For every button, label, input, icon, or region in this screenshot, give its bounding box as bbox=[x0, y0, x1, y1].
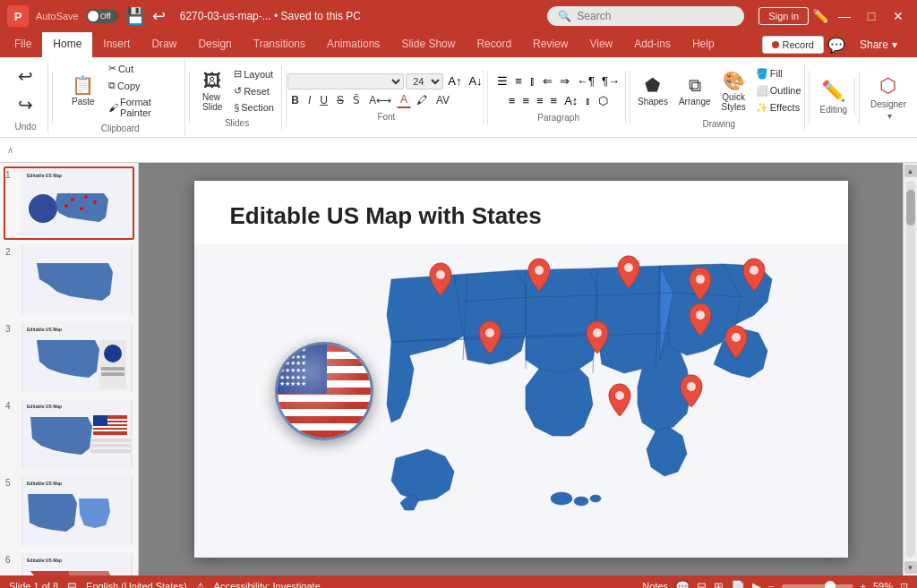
increase-font-button[interactable]: A↑ bbox=[445, 72, 464, 89]
comment-icon[interactable]: 💬 bbox=[827, 37, 845, 54]
designer-expand[interactable]: ▾ bbox=[887, 111, 892, 121]
tab-slideshow[interactable]: Slide Show bbox=[390, 32, 466, 57]
scroll-up-button[interactable]: ▲ bbox=[904, 165, 917, 177]
search-bar[interactable]: 🔍 bbox=[547, 6, 744, 26]
scroll-track-vertical[interactable] bbox=[906, 181, 915, 558]
decrease-font-button[interactable]: A↓ bbox=[466, 72, 484, 89]
status-nav-icon[interactable]: ⊟ bbox=[67, 580, 77, 589]
comments-view-button[interactable]: 💬 bbox=[675, 580, 690, 589]
tab-home[interactable]: Home bbox=[42, 32, 92, 57]
ribbon-group-designer[interactable]: ⬡ Designer ▾ bbox=[863, 72, 913, 123]
normal-view-button[interactable]: ⊟ bbox=[697, 580, 707, 589]
underline-button[interactable]: U bbox=[316, 93, 331, 107]
svg-text:Editable US Map: Editable US Map bbox=[27, 481, 62, 486]
slide-panel[interactable]: 1 Editable US Map 2 bbox=[0, 163, 139, 575]
highlight-button[interactable]: 🖍 bbox=[413, 93, 431, 107]
zoom-slider[interactable] bbox=[782, 584, 853, 588]
slide-thumb-5[interactable]: 5 Editable US Map bbox=[4, 474, 134, 548]
shadow-button[interactable]: S̈ bbox=[349, 93, 364, 107]
shape-effects-button[interactable]: ✨Effects bbox=[752, 100, 805, 115]
tab-addins[interactable]: Add-ins bbox=[623, 32, 681, 57]
tab-view[interactable]: View bbox=[578, 32, 623, 57]
tab-file[interactable]: File bbox=[4, 32, 42, 57]
tab-animations[interactable]: Animations bbox=[316, 32, 390, 57]
arrange-button[interactable]: ⧉ Arrange bbox=[674, 72, 716, 109]
font-color-button[interactable]: A bbox=[397, 92, 411, 108]
shapes-button[interactable]: ⬟ Shapes bbox=[633, 72, 673, 109]
autosave-toggle[interactable]: Off bbox=[86, 9, 118, 23]
tab-insert[interactable]: Insert bbox=[92, 32, 141, 57]
cut-button[interactable]: ✂ Cut bbox=[105, 61, 177, 76]
bold-button[interactable]: B bbox=[287, 93, 303, 107]
zoom-in-button[interactable]: + bbox=[861, 581, 866, 588]
tab-design[interactable]: Design bbox=[187, 32, 242, 57]
redo-button[interactable]: ↪ bbox=[13, 91, 38, 118]
minimize-button[interactable]: — bbox=[833, 4, 856, 28]
divider-6 bbox=[809, 71, 810, 124]
new-slide-button[interactable]: 🖼 NewSlide bbox=[196, 67, 228, 115]
layout-button[interactable]: ⊟ Layout bbox=[230, 66, 278, 81]
svg-point-47 bbox=[696, 275, 705, 284]
tab-record[interactable]: Record bbox=[466, 32, 522, 57]
indent-less-button[interactable]: ⇐ bbox=[540, 72, 555, 89]
font-size-select[interactable]: 2418202832 bbox=[406, 73, 443, 89]
char-spacing-button[interactable]: AV bbox=[433, 93, 453, 107]
align-right-button[interactable]: ≡ bbox=[534, 92, 546, 109]
indent-more-button[interactable]: ⇒ bbox=[557, 72, 572, 89]
font-name-select[interactable] bbox=[287, 73, 404, 89]
slide-thumb-4[interactable]: 4 Editable US Map bbox=[4, 397, 134, 471]
accessibility-label: Accessibility: Investigate bbox=[214, 581, 321, 588]
fit-slide-button[interactable]: ⊡ bbox=[900, 581, 908, 589]
justify-button[interactable]: ≡ bbox=[548, 92, 561, 109]
italic-button[interactable]: I bbox=[304, 93, 314, 107]
spacing-button[interactable]: A⟷ bbox=[365, 93, 395, 107]
align-left-button[interactable]: ≡ bbox=[506, 92, 518, 109]
collapse-ribbon-button[interactable]: ∧ bbox=[7, 145, 13, 155]
shape-outline-button[interactable]: ⬜Outline bbox=[752, 83, 805, 98]
tab-transitions[interactable]: Transitions bbox=[243, 32, 316, 57]
slide-thumb-3[interactable]: 3 Editable US Map bbox=[4, 320, 134, 394]
notes-button[interactable]: Notes bbox=[642, 581, 668, 588]
copy-button[interactable]: ⧉ Copy bbox=[105, 78, 177, 93]
tab-draw[interactable]: Draw bbox=[141, 32, 187, 57]
align-center-button[interactable]: ≡ bbox=[519, 92, 532, 109]
reset-button[interactable]: ↺ Reset bbox=[230, 83, 278, 98]
record-button[interactable]: Record bbox=[762, 36, 824, 54]
shape-fill-button[interactable]: 🪣Fill bbox=[752, 66, 805, 81]
slide-canvas[interactable]: Editable US Map with States bbox=[194, 181, 848, 558]
columns-button[interactable]: ⫿ bbox=[527, 72, 538, 89]
undo-button[interactable]: ↩ bbox=[13, 63, 38, 89]
numbering-button[interactable]: ≡ bbox=[512, 72, 525, 89]
slide-sorter-button[interactable]: ⊞ bbox=[714, 580, 724, 589]
scroll-down-button[interactable]: ▼ bbox=[904, 561, 917, 574]
strikethrough-button[interactable]: S bbox=[333, 93, 347, 107]
reading-view-button[interactable]: 📄 bbox=[731, 580, 745, 589]
tab-help[interactable]: Help bbox=[681, 32, 725, 57]
bullets-button[interactable]: ☰ bbox=[494, 72, 510, 89]
text-columns-button[interactable]: ⫾ bbox=[582, 92, 594, 109]
slide-thumb-1[interactable]: 1 Editable US Map bbox=[4, 166, 134, 240]
close-button[interactable]: ✕ bbox=[887, 4, 910, 28]
share-button[interactable]: Share ▾ bbox=[849, 35, 908, 55]
undo-icon-title[interactable]: ↩ bbox=[152, 6, 166, 26]
sign-in-button[interactable]: Sign in bbox=[758, 7, 809, 25]
slide-thumb-2[interactable]: 2 bbox=[4, 243, 134, 317]
quick-styles-button[interactable]: 🎨 QuickStyles bbox=[717, 67, 750, 115]
paste-button[interactable]: 📋 Paste bbox=[64, 72, 103, 109]
ribbon-group-editing[interactable]: ✏️ Editing bbox=[812, 78, 855, 116]
tab-review[interactable]: Review bbox=[522, 32, 578, 57]
slide-thumb-6[interactable]: 6 Editable US Map bbox=[4, 551, 134, 575]
smartart-button[interactable]: ⬡ bbox=[596, 92, 611, 109]
save-icon[interactable]: 💾 bbox=[125, 6, 145, 26]
section-button[interactable]: § Section bbox=[230, 100, 278, 115]
search-input[interactable] bbox=[577, 10, 720, 22]
scroll-thumb-vertical[interactable] bbox=[906, 190, 915, 226]
rtl-button[interactable]: ←¶ bbox=[574, 72, 597, 89]
slideshow-button[interactable]: ▶ bbox=[752, 580, 761, 589]
paragraph-content: ☰ ≡ ⫿ ⇐ ⇒ ←¶ ¶→ ≡ ≡ ≡ ≡ A↕ ⫾ ⬡ bbox=[494, 72, 622, 109]
text-direction-button[interactable]: A↕ bbox=[561, 92, 580, 109]
maximize-button[interactable]: □ bbox=[860, 4, 883, 28]
ltr-button[interactable]: ¶→ bbox=[599, 72, 622, 89]
zoom-out-button[interactable]: − bbox=[768, 581, 774, 588]
format-painter-button[interactable]: 🖌 Format Painter bbox=[105, 95, 177, 120]
